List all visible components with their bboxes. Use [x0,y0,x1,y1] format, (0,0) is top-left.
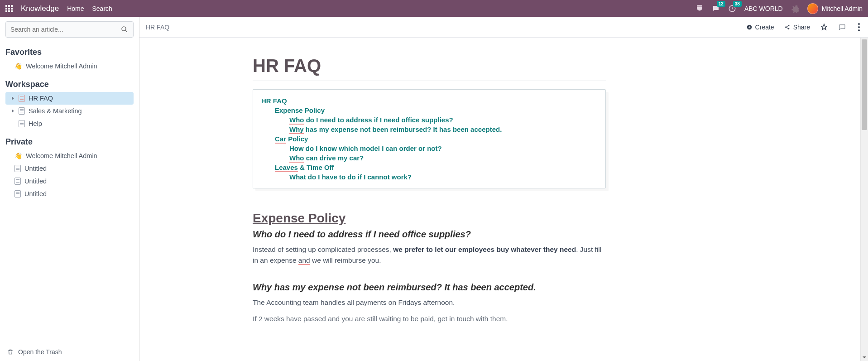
app-brand[interactable]: Knowledge [21,4,59,13]
open-trash[interactable]: Open the Trash [0,342,139,361]
share-icon [784,24,791,30]
sidebar-item-welcome-private[interactable]: 👋 Welcome Mitchell Admin [5,149,134,162]
sidebar-item-untitled[interactable]: Untitled [5,188,134,200]
caret-icon[interactable] [12,109,14,113]
svg-line-2 [125,30,127,32]
activities-icon[interactable]: 38 [728,5,736,13]
sidebar-item-label: Welcome Mitchell Admin [26,152,97,159]
toc-link[interactable]: Leaves & Time Off [275,164,334,172]
scroll-down-icon[interactable] [861,353,868,361]
phone-icon[interactable] [695,5,704,13]
debug-icon[interactable] [791,5,799,13]
sidebar: Favorites 👋 Welcome Mitchell Admin Works… [0,17,139,361]
sidebar-item-label: Untitled [24,178,47,185]
activities-badge: 38 [733,1,742,7]
user-menu[interactable]: Mitchell Admin [807,3,863,14]
doc-icon [19,107,25,115]
sidebar-item-label: Sales & Marketing [29,107,82,115]
more-menu[interactable] [856,21,862,33]
trash-label: Open the Trash [18,348,62,356]
article-body: HR FAQ HR FAQ Expense Policy Who do I ne… [244,38,615,357]
plus-circle-icon [746,24,753,30]
caret-icon[interactable] [12,96,14,100]
table-of-contents: HR FAQ Expense Policy Who do I need to a… [253,89,606,188]
star-icon[interactable] [820,23,828,31]
messages-badge: 12 [717,1,725,7]
sidebar-item-label: Untitled [24,165,47,172]
breadcrumb[interactable]: HR FAQ [146,24,169,31]
workspace-heading: Workspace [5,80,134,89]
wave-icon: 👋 [14,152,22,159]
paragraph[interactable]: If 2 weeks have passed and you are still… [253,313,606,324]
sidebar-item-welcome-fav[interactable]: 👋 Welcome Mitchell Admin [5,60,134,72]
sidebar-item-untitled[interactable]: Untitled [5,175,134,188]
user-name: Mitchell Admin [822,5,863,12]
article-scroll[interactable]: HR FAQ HR FAQ Expense Policy Who do I ne… [139,38,868,361]
nav-home[interactable]: Home [67,5,84,12]
create-button[interactable]: Create [746,24,774,31]
chat-icon[interactable] [838,23,846,31]
doc-icon [14,178,21,185]
toc-link[interactable]: HR FAQ [261,97,287,105]
toc-link[interactable]: Expense Policy [275,106,325,114]
toc-link[interactable]: How do I know which model I can order or… [289,144,442,152]
sidebar-item-label: Untitled [24,190,47,197]
search-input[interactable] [10,26,120,33]
question-heading[interactable]: Who do I need to address if I need offic… [253,229,606,240]
doc-icon [19,95,25,102]
sidebar-item-label: HR FAQ [29,95,53,102]
svg-point-1 [122,27,126,31]
apps-icon[interactable] [5,5,13,12]
toc-link[interactable]: Who do I need to address if I need offic… [289,116,453,125]
share-button[interactable]: Share [784,24,810,31]
section-heading-expense[interactable]: Expense Policy [253,211,606,226]
paragraph[interactable]: Instead of setting up complicated proces… [253,244,606,266]
search-icon [120,25,129,34]
doc-icon [14,165,21,172]
main-area: HR FAQ Create Share HR FAQ HR FAQ [139,17,868,361]
sidebar-item-sales-marketing[interactable]: Sales & Marketing [5,105,134,117]
scrollbar[interactable] [860,38,868,361]
private-heading: Private [5,137,134,147]
sidebar-item-label: Welcome Mitchell Admin [26,63,97,70]
favorites-heading: Favorites [5,48,134,57]
paragraph[interactable]: The Accounting team handles all payments… [253,297,606,308]
doc-icon [19,120,25,127]
top-navbar: Knowledge Home Search 12 38 ABC WORLD Mi… [0,0,868,17]
sidebar-item-hr-faq[interactable]: HR FAQ [5,92,134,105]
toc-link[interactable]: Why has my expense not been reimbursed? … [289,125,502,134]
toc-link[interactable]: Car Policy [275,135,308,144]
article-title[interactable]: HR FAQ [253,56,606,81]
messages-icon[interactable]: 12 [712,5,720,13]
question-heading[interactable]: Why has my expense not been reimbursed? … [253,282,606,293]
nav-search[interactable]: Search [92,5,112,12]
company-switcher[interactable]: ABC WORLD [744,5,783,12]
article-toolbar: HR FAQ Create Share [139,17,868,38]
toc-link[interactable]: What do I have to do if I cannot work? [289,173,412,181]
scroll-thumb[interactable] [862,39,867,130]
wave-icon: 👋 [14,63,22,70]
doc-icon [14,190,21,197]
sidebar-item-label: Help [29,120,42,127]
avatar [807,3,818,14]
toc-link[interactable]: Who can drive my car? [289,154,364,163]
sidebar-item-help[interactable]: Help [5,117,134,130]
sidebar-item-untitled[interactable]: Untitled [5,162,134,175]
trash-icon [7,349,14,355]
search-box[interactable] [5,21,134,38]
